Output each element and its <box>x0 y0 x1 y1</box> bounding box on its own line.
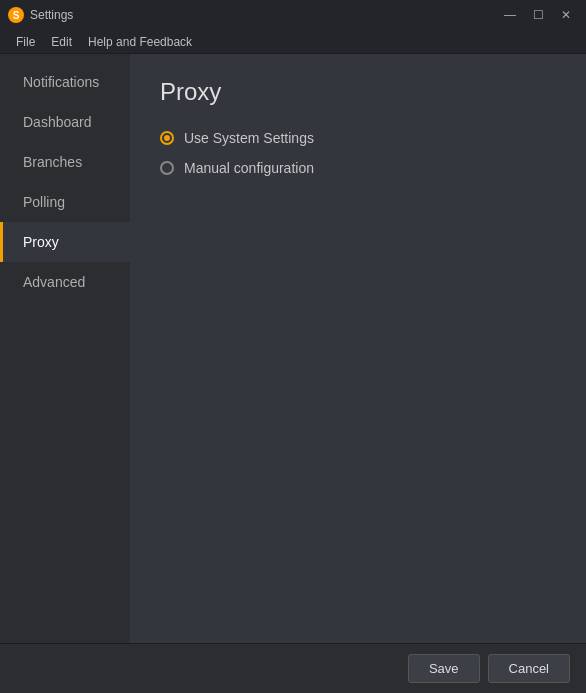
titlebar: S Settings — ☐ ✕ <box>0 0 586 30</box>
close-button[interactable]: ✕ <box>554 5 578 25</box>
menu-edit[interactable]: Edit <box>43 33 80 51</box>
radio-circle-use-system <box>160 131 174 145</box>
footer: Save Cancel <box>0 643 586 693</box>
page-title: Proxy <box>160 78 556 106</box>
main-layout: Notifications Dashboard Branches Polling… <box>0 54 586 643</box>
sidebar-item-dashboard[interactable]: Dashboard <box>0 102 130 142</box>
radio-label-use-system: Use System Settings <box>184 130 314 146</box>
titlebar-left: S Settings <box>8 7 73 23</box>
radio-circle-manual <box>160 161 174 175</box>
save-button[interactable]: Save <box>408 654 480 683</box>
cancel-button[interactable]: Cancel <box>488 654 570 683</box>
titlebar-controls: — ☐ ✕ <box>498 5 578 25</box>
proxy-options: Use System Settings Manual configuration <box>160 130 556 176</box>
radio-label-manual: Manual configuration <box>184 160 314 176</box>
content-area: Proxy Use System Settings Manual configu… <box>130 54 586 643</box>
radio-manual[interactable]: Manual configuration <box>160 160 556 176</box>
sidebar-item-polling[interactable]: Polling <box>0 182 130 222</box>
menu-file[interactable]: File <box>8 33 43 51</box>
sidebar: Notifications Dashboard Branches Polling… <box>0 54 130 643</box>
menu-help[interactable]: Help and Feedback <box>80 33 200 51</box>
sidebar-item-notifications[interactable]: Notifications <box>0 62 130 102</box>
sidebar-item-advanced[interactable]: Advanced <box>0 262 130 302</box>
sidebar-item-branches[interactable]: Branches <box>0 142 130 182</box>
maximize-button[interactable]: ☐ <box>526 5 550 25</box>
window: S Settings — ☐ ✕ File Edit Help and Feed… <box>0 0 586 693</box>
minimize-button[interactable]: — <box>498 5 522 25</box>
menubar: File Edit Help and Feedback <box>0 30 586 54</box>
window-title: Settings <box>30 8 73 22</box>
radio-use-system[interactable]: Use System Settings <box>160 130 556 146</box>
app-icon: S <box>8 7 24 23</box>
sidebar-item-proxy[interactable]: Proxy <box>0 222 130 262</box>
